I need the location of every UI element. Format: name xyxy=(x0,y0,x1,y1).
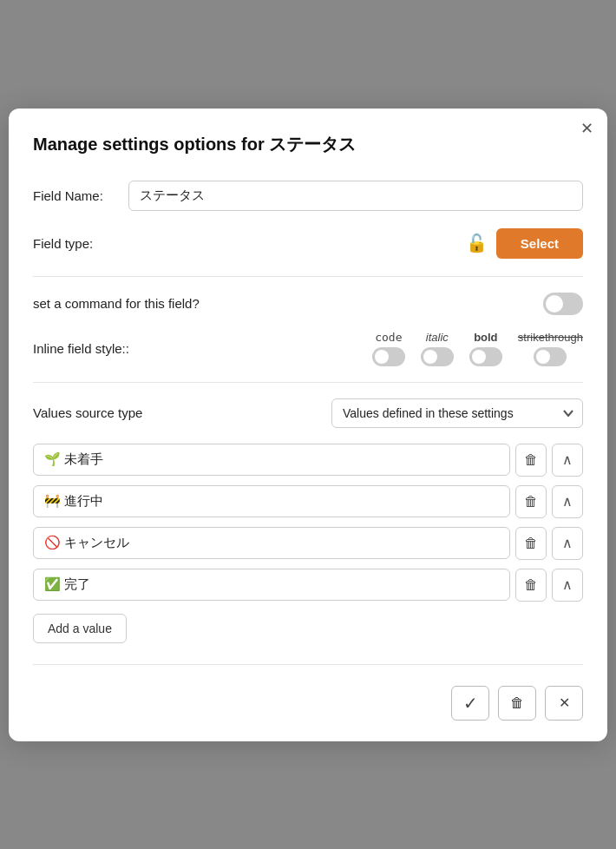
style-bold-label: bold xyxy=(474,331,497,344)
style-code-item: code xyxy=(372,331,405,366)
cancel-button[interactable]: ✕ xyxy=(545,686,583,721)
value-item-row: 🗑 ∧ xyxy=(33,569,583,602)
italic-toggle[interactable] xyxy=(421,347,454,366)
value-item-row: 🗑 ∧ xyxy=(33,485,583,518)
command-row: set a command for this field? xyxy=(33,293,583,315)
move-up-4-button[interactable]: ∧ xyxy=(552,569,583,602)
strike-slider xyxy=(534,347,567,366)
command-toggle[interactable] xyxy=(543,293,583,315)
value-input-1[interactable] xyxy=(33,444,510,476)
delete-value-3-button[interactable]: 🗑 xyxy=(515,527,547,560)
field-name-row: Field Name: xyxy=(33,181,583,211)
bold-toggle[interactable] xyxy=(469,347,502,366)
style-italic-item: italic xyxy=(421,331,454,366)
delete-value-4-button[interactable]: 🗑 xyxy=(515,569,547,602)
field-name-label: Field Name: xyxy=(33,188,128,203)
delete-value-1-button[interactable]: 🗑 xyxy=(515,444,547,477)
field-name-input[interactable] xyxy=(128,181,583,211)
delete-value-2-button[interactable]: 🗑 xyxy=(515,485,547,518)
field-type-label: Field type: xyxy=(33,236,128,251)
inline-style-label: Inline field style:: xyxy=(33,341,172,356)
code-toggle[interactable] xyxy=(372,347,405,366)
code-slider xyxy=(372,347,405,366)
value-item-row: 🗑 ∧ xyxy=(33,527,583,560)
style-toggles: code italic bold xyxy=(172,331,583,366)
inline-style-row: Inline field style:: code italic bold xyxy=(33,331,583,366)
footer-actions: ✓ 🗑 ✕ xyxy=(33,686,583,721)
toggle-slider xyxy=(543,293,583,315)
style-strike-item: strikethrough xyxy=(518,331,583,366)
style-italic-label: italic xyxy=(426,331,449,344)
style-bold-item: bold xyxy=(469,331,502,366)
style-strike-label: strikethrough xyxy=(518,331,583,344)
italic-slider xyxy=(421,347,454,366)
values-source-label: Values source type xyxy=(33,405,331,420)
modal-title: Manage settings options for ステータス xyxy=(33,133,583,156)
delete-button[interactable]: 🗑 xyxy=(498,686,536,721)
confirm-button[interactable]: ✓ xyxy=(451,686,489,721)
value-item-row: 🗑 ∧ xyxy=(33,444,583,477)
command-label: set a command for this field? xyxy=(33,296,543,311)
move-up-1-button[interactable]: ∧ xyxy=(552,444,583,477)
values-source-select[interactable]: Values defined in these settings Externa… xyxy=(331,398,583,428)
select-button[interactable]: Select xyxy=(496,228,583,259)
value-input-4[interactable] xyxy=(33,569,510,601)
strike-toggle[interactable] xyxy=(534,347,567,366)
field-type-row: Field type: 🔓 Select xyxy=(33,228,583,259)
divider-3 xyxy=(33,664,583,665)
style-code-label: code xyxy=(375,331,402,344)
move-up-2-button[interactable]: ∧ xyxy=(552,485,583,518)
manage-settings-modal: ✕ Manage settings options for ステータス Fiel… xyxy=(9,109,607,741)
values-source-row: Values source type Values defined in the… xyxy=(33,398,583,428)
divider-2 xyxy=(33,382,583,383)
divider-1 xyxy=(33,276,583,277)
value-input-2[interactable] xyxy=(33,485,510,517)
values-container: 🗑 ∧ 🗑 ∧ 🗑 ∧ 🗑 ∧ xyxy=(33,444,583,602)
move-up-3-button[interactable]: ∧ xyxy=(552,527,583,560)
close-button[interactable]: ✕ xyxy=(580,121,593,136)
value-input-3[interactable] xyxy=(33,527,510,559)
add-value-button[interactable]: Add a value xyxy=(33,614,127,643)
bold-slider xyxy=(469,347,502,366)
lock-icon: 🔓 xyxy=(466,233,488,253)
